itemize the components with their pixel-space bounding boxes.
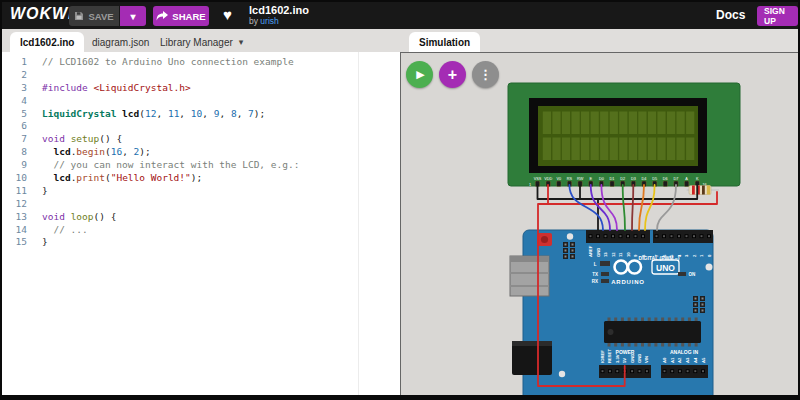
svg-text:D3: D3 xyxy=(631,177,636,181)
tab-diagram-json[interactable]: diagram.json xyxy=(82,32,159,52)
code-line: 14 // ... xyxy=(2,224,400,237)
share-button[interactable]: SHARE xyxy=(153,6,209,26)
svg-text:A0: A0 xyxy=(662,357,667,363)
resistor-band xyxy=(702,186,705,195)
usb-connector xyxy=(510,256,549,296)
led-tx xyxy=(601,272,609,276)
svg-text:D5: D5 xyxy=(652,177,657,181)
add-part-button[interactable]: + xyxy=(439,61,466,88)
uno-model-text: UNO xyxy=(656,263,675,273)
project-title: lcd1602.ino xyxy=(249,4,309,16)
editor-panel: lcd1602.ino diagram.json Library Manager… xyxy=(2,29,400,395)
arduino-uno[interactable]: AREFGND131211109876543210IOREFRESET3.3V5… xyxy=(510,230,713,395)
code-line: 6 xyxy=(2,120,400,133)
power-caption: POWER xyxy=(616,349,635,355)
svg-text:12: 12 xyxy=(611,252,616,257)
svg-text:A5: A5 xyxy=(701,357,706,363)
by-prefix: by xyxy=(249,16,258,26)
code-line: 7void setup() { xyxy=(2,133,400,146)
save-button[interactable]: SAVE xyxy=(69,6,119,26)
simulation-panel: Simulation VSSVDDV0RSRWED0D1D2D3D4D5D6D7… xyxy=(400,29,798,395)
wire-orange xyxy=(639,185,644,230)
docs-link[interactable]: Docs xyxy=(716,8,745,22)
mounting-hole xyxy=(706,264,713,271)
analog-header xyxy=(661,365,708,378)
resistor-band xyxy=(707,186,710,195)
file-tabbar: lcd1602.ino diagram.json Library Manager… xyxy=(2,29,400,52)
led-l xyxy=(600,261,610,266)
resistor[interactable] xyxy=(687,186,719,195)
svg-text:13: 13 xyxy=(603,252,608,257)
led-on xyxy=(678,272,686,276)
save-label: SAVE xyxy=(88,11,113,22)
lcd1602-module[interactable]: VSSVDDV0RSRWED0D1D2D3D4D5D6D7AK116 xyxy=(508,83,740,187)
wire-green xyxy=(623,185,625,230)
svg-text:V0: V0 xyxy=(556,177,561,181)
code-line: 8 lcd.begin(16, 2); xyxy=(2,146,400,159)
author-link[interactable]: urish xyxy=(260,16,278,26)
wire-gray xyxy=(657,185,676,230)
digital-header-right xyxy=(653,230,713,243)
arduino-brand-text: ARDUINO xyxy=(611,279,645,285)
share-icon xyxy=(156,11,168,21)
svg-text:VDD: VDD xyxy=(544,177,552,181)
tab-lcd1602-ino[interactable]: lcd1602.ino xyxy=(10,32,84,52)
svg-text:RS: RS xyxy=(567,177,573,181)
topbar: WOKWi SAVE ▾ SHARE ♥ lcd1602.ino by uris… xyxy=(2,2,798,29)
tab-label: diagram.json xyxy=(92,37,149,48)
led-tx-label: TX xyxy=(592,272,598,277)
svg-text:GND: GND xyxy=(637,354,642,363)
code-lines: 1// LCD1602 to Arduino Uno connection ex… xyxy=(2,52,400,249)
code-line: 9 // you can now interact with the LCD, … xyxy=(2,159,400,172)
led-rx xyxy=(601,279,609,283)
svg-text:3.3V: 3.3V xyxy=(615,354,620,363)
svg-text:D7: D7 xyxy=(674,177,679,181)
chevron-down-icon: ▾ xyxy=(239,37,244,47)
code-line: 1// LCD1602 to Arduino Uno connection ex… xyxy=(2,56,400,69)
tab-library-manager[interactable]: Library Manager▾ xyxy=(150,32,253,52)
favorite-heart-icon[interactable]: ♥ xyxy=(223,6,232,23)
power-jack xyxy=(512,341,552,375)
mounting-hole xyxy=(559,371,565,377)
svg-text:K: K xyxy=(696,177,699,181)
tab-label: Library Manager xyxy=(160,37,233,48)
tab-label: lcd1602.ino xyxy=(20,37,74,48)
svg-text:GND: GND xyxy=(630,354,635,363)
simulation-tabbar: Simulation xyxy=(400,29,798,52)
svg-text:VSS: VSS xyxy=(534,177,542,181)
save-menu-button[interactable]: ▾ xyxy=(120,6,146,26)
wokwi-logo[interactable]: WOKWi xyxy=(10,5,74,23)
tab-simulation[interactable]: Simulation xyxy=(409,32,480,52)
wokwi-app: WOKWi SAVE ▾ SHARE ♥ lcd1602.ino by uris… xyxy=(0,0,800,400)
code-line: 4 xyxy=(2,95,400,108)
plus-icon: + xyxy=(448,66,457,84)
resistor-band xyxy=(692,186,695,195)
project-title-block: lcd1602.ino by urish xyxy=(249,4,309,27)
byline: by urish xyxy=(249,16,309,27)
mounting-hole xyxy=(567,233,573,239)
code-editor[interactable]: 1// LCD1602 to Arduino Uno connection ex… xyxy=(2,52,400,395)
svg-text:10: 10 xyxy=(626,252,631,257)
svg-text:A2: A2 xyxy=(677,357,682,363)
svg-text:D1: D1 xyxy=(610,177,615,181)
svg-text:D0: D0 xyxy=(599,177,604,181)
led-rx-label: RX xyxy=(592,279,598,284)
simulation-viewport[interactable]: VSSVDDV0RSRWED0D1D2D3D4D5D6D7AK116 AREFG… xyxy=(400,52,798,395)
tab-label: Simulation xyxy=(419,37,470,48)
play-icon: ▶ xyxy=(416,68,424,81)
svg-text:A3: A3 xyxy=(685,357,690,363)
save-icon xyxy=(74,11,84,21)
chevron-down-icon: ▾ xyxy=(130,11,135,22)
code-line: 15} xyxy=(2,236,400,249)
simulation-menu-button[interactable]: ⋮ xyxy=(472,61,499,88)
code-line: 13void loop() { xyxy=(2,211,400,224)
signup-button[interactable]: SIGN UP xyxy=(757,6,798,26)
svg-text:A1: A1 xyxy=(670,357,675,363)
kebab-menu-icon: ⋮ xyxy=(479,67,492,82)
svg-text:IOREF: IOREF xyxy=(600,350,605,363)
svg-text:GND: GND xyxy=(596,248,601,257)
play-button[interactable]: ▶ xyxy=(406,61,433,88)
code-line: 2 xyxy=(2,69,400,82)
svg-text:1: 1 xyxy=(529,183,531,187)
analog-caption: ANALOG IN xyxy=(670,349,698,355)
